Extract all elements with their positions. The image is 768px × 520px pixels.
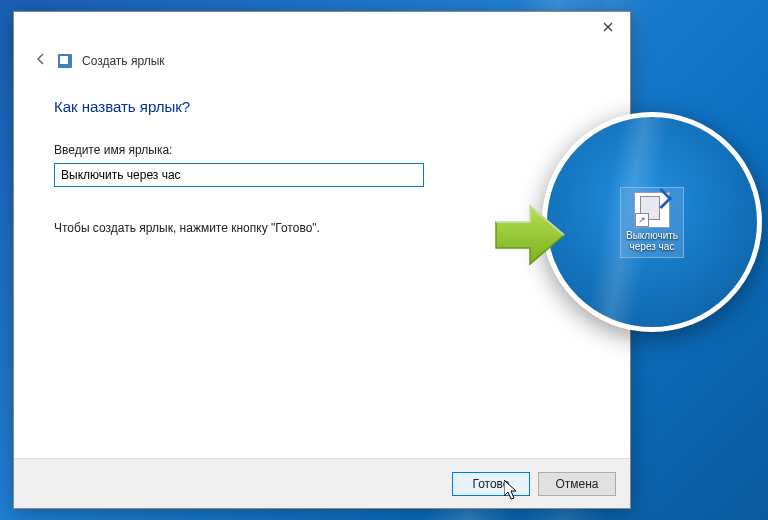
finish-button[interactable]: Готово [452, 472, 530, 496]
result-preview-circle: ↗ Выключитьчерез час [542, 112, 762, 332]
titlebar [14, 12, 630, 40]
dialog-footer: Готово Отмена [14, 458, 630, 508]
back-arrow-icon[interactable] [34, 52, 48, 70]
close-button[interactable] [594, 16, 622, 38]
dialog-title: Создать ярлык [82, 54, 165, 68]
shortcut-file-icon: ↗ [634, 192, 670, 228]
dialog-header: Создать ярлык [14, 40, 630, 76]
shortcut-overlay-icon: ↗ [635, 213, 649, 227]
arrow-right-icon [490, 200, 570, 270]
shortcut-name-input[interactable] [54, 163, 424, 187]
shortcut-label: Выключитьчерез час [626, 230, 678, 253]
desktop-shortcut[interactable]: ↗ Выключитьчерез час [620, 187, 684, 258]
dialog-question: Как назвать ярлык? [54, 98, 590, 115]
cancel-button[interactable]: Отмена [538, 472, 616, 496]
shortcut-wizard-icon [58, 54, 72, 68]
input-label: Введите имя ярлыка: [54, 143, 590, 157]
